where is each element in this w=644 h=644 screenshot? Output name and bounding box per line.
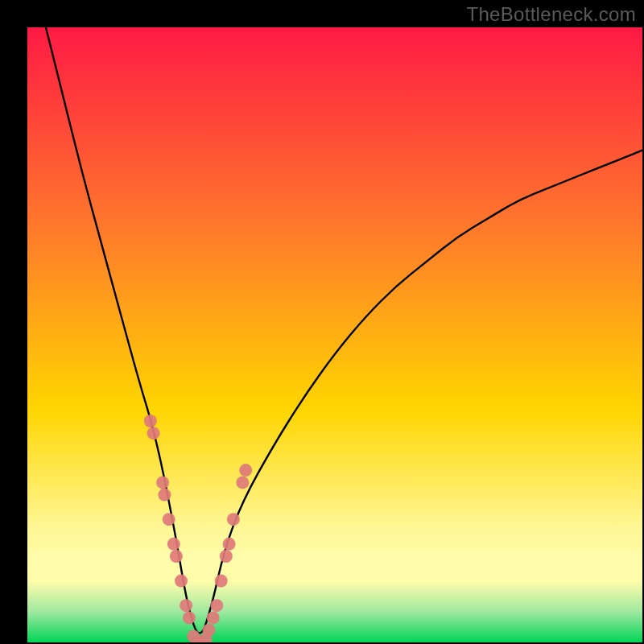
bottleneck-chart <box>27 27 642 642</box>
data-marker <box>210 599 223 612</box>
plot-area <box>27 27 642 642</box>
data-marker <box>239 464 252 477</box>
data-marker <box>236 476 249 489</box>
data-marker <box>220 550 233 563</box>
data-marker <box>158 489 171 502</box>
data-marker <box>147 427 160 440</box>
data-marker <box>223 538 236 551</box>
data-marker <box>144 415 157 427</box>
data-marker <box>170 550 183 563</box>
watermark-text: TheBottleneck.com <box>466 3 636 26</box>
data-marker <box>167 538 180 551</box>
data-marker <box>163 513 175 526</box>
data-marker <box>215 575 228 588</box>
data-marker <box>180 599 192 612</box>
chart-frame: TheBottleneck.com <box>0 0 644 644</box>
data-marker <box>156 476 169 489</box>
data-marker <box>227 513 240 526</box>
data-marker <box>175 575 188 588</box>
pale-yellow-band <box>27 549 642 573</box>
data-marker <box>202 624 215 637</box>
data-marker <box>207 611 220 624</box>
data-marker <box>183 611 196 624</box>
